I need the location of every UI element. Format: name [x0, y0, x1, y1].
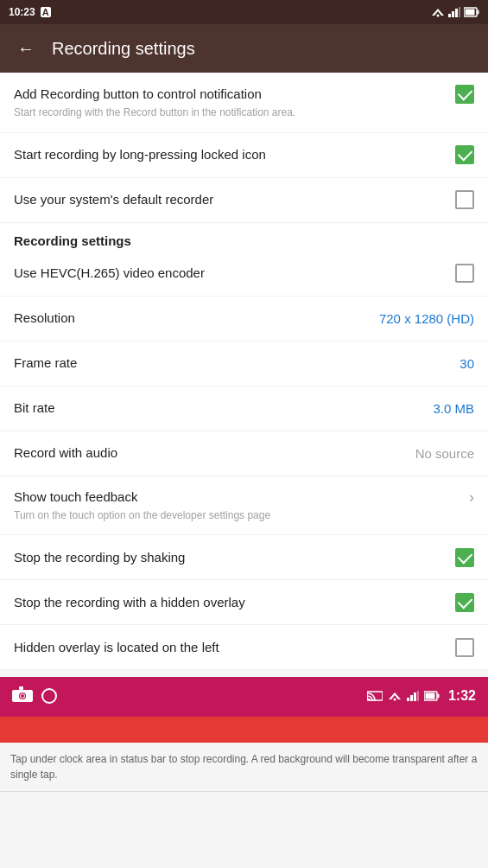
status-time: 10:23: [9, 6, 35, 18]
setting-label: Start recording by long-pressing locked …: [14, 146, 455, 163]
setting-bitrate[interactable]: Bit rate 3.0 MB: [0, 386, 488, 431]
setting-long-press-locked[interactable]: Start recording by long-pressing locked …: [0, 133, 488, 178]
preview-statusbar: 1:32: [0, 677, 488, 743]
setting-label: Stop the recording by shaking: [14, 549, 455, 566]
wifi-icon: [431, 7, 445, 17]
checkbox-stop-overlay[interactable]: [455, 593, 474, 612]
battery-icon-preview: [424, 691, 440, 701]
setting-stop-shaking[interactable]: Stop the recording by shaking: [0, 535, 488, 580]
setting-sublabel: Turn on the touch option on the develope…: [14, 509, 270, 523]
setting-label: Hidden overlay is located on the left: [14, 639, 455, 656]
setting-stop-overlay[interactable]: Stop the recording with a hidden overlay: [0, 580, 488, 625]
preview-container: 1:32 Tap under clock area in status bar …: [0, 670, 488, 792]
page-title: Recording settings: [52, 39, 195, 59]
status-bar-right: [431, 7, 479, 17]
checkbox-system-default[interactable]: [455, 190, 474, 209]
setting-framerate[interactable]: Frame rate 30: [0, 341, 488, 386]
setting-system-default[interactable]: Use your system's default recorder: [0, 178, 488, 223]
recording-dot-icon: [41, 688, 57, 704]
svg-point-2: [437, 15, 440, 17]
status-bar: 10:23 A: [0, 0, 488, 24]
wifi-icon-preview: [388, 691, 402, 701]
svg-rect-8: [478, 10, 479, 15]
toolbar: ← Recording settings: [0, 24, 488, 73]
checkbox-stop-shaking[interactable]: [455, 548, 474, 567]
svg-rect-24: [425, 693, 434, 699]
preview-right-icons: 1:32: [367, 688, 476, 704]
cast-icon: [367, 690, 383, 702]
checkbox-overlay-left[interactable]: [455, 638, 474, 657]
svg-rect-9: [466, 10, 475, 16]
camera-icon: [12, 686, 33, 706]
setting-add-recording-button[interactable]: Add Recording button to control notifica…: [0, 73, 488, 133]
preview-time: 1:32: [448, 688, 476, 704]
setting-label: Show touch feedback: [14, 488, 469, 506]
bitrate-value: 3.0 MB: [433, 401, 474, 416]
svg-point-12: [21, 693, 25, 698]
back-button[interactable]: ←: [14, 35, 38, 62]
setting-label: Record with audio: [14, 444, 409, 462]
svg-rect-19: [410, 695, 413, 701]
settings-list: Add Recording button to control notifica…: [0, 73, 488, 670]
android-icon: A: [41, 7, 51, 17]
back-icon: ←: [17, 39, 35, 58]
chevron-right-icon: ›: [469, 488, 474, 507]
setting-label: Use your system's default recorder: [14, 191, 455, 208]
signal-icon-preview: [407, 691, 419, 701]
svg-rect-20: [414, 692, 416, 701]
preview-left-icons: [12, 686, 57, 706]
svg-rect-21: [417, 691, 419, 701]
svg-rect-4: [452, 11, 454, 17]
svg-rect-18: [407, 698, 409, 701]
setting-label: Use HEVC(H.265) video encoder: [14, 265, 455, 282]
setting-label: Frame rate: [14, 354, 453, 372]
svg-rect-23: [437, 694, 439, 699]
setting-label: Stop the recording with a hidden overlay: [14, 594, 455, 611]
checkbox-hevc[interactable]: [455, 264, 474, 283]
setting-label: Add Recording button to control notifica…: [14, 86, 455, 103]
svg-point-17: [393, 699, 396, 701]
checkbox-long-press[interactable]: [455, 145, 474, 164]
checkbox-add-recording[interactable]: [455, 85, 474, 104]
setting-resolution[interactable]: Resolution 720 x 1280 (HD): [0, 297, 488, 341]
setting-label: Bit rate: [14, 399, 426, 417]
svg-rect-5: [455, 9, 458, 17]
svg-rect-3: [448, 14, 451, 17]
setting-sublabel: Start recording with the Record button i…: [14, 106, 295, 120]
red-overlay: [0, 717, 488, 743]
setting-audio[interactable]: Record with audio No source: [0, 431, 488, 476]
framerate-value: 30: [459, 356, 474, 371]
setting-label: Resolution: [14, 310, 372, 327]
resolution-value: 720 x 1280 (HD): [379, 311, 474, 326]
svg-rect-13: [19, 686, 23, 690]
status-bar-left: 10:23 A: [9, 6, 51, 18]
battery-icon: [464, 7, 479, 17]
setting-hevc[interactable]: Use HEVC(H.265) video encoder: [0, 252, 488, 297]
svg-rect-6: [459, 7, 460, 17]
section-header-recording: Recording settings: [0, 223, 488, 252]
audio-value: No source: [415, 446, 474, 461]
signal-icon: [448, 7, 460, 17]
setting-overlay-left[interactable]: Hidden overlay is located on the left: [0, 625, 488, 670]
hint-text: Tap under clock area in status bar to st…: [0, 743, 488, 791]
setting-touch-feedback[interactable]: Show touch feedback › Turn on the touch …: [0, 476, 488, 536]
